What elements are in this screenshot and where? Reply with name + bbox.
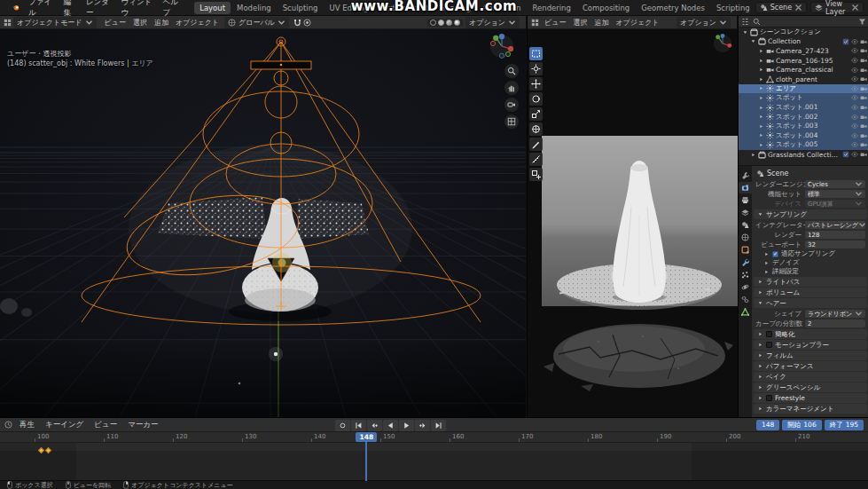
property-dropdown[interactable]: GPU演算 (805, 200, 865, 208)
section-checkbox[interactable] (766, 395, 772, 401)
play-button[interactable] (399, 420, 414, 431)
jump-to-start-button[interactable] (351, 420, 366, 431)
property-number[interactable]: 128 (805, 231, 865, 239)
outliner-row[interactable]: スポット.003 (739, 122, 868, 131)
prev-keyframe-button[interactable] (367, 420, 382, 431)
tool-scale-button[interactable] (529, 107, 543, 121)
properties-tab-render[interactable] (739, 182, 752, 193)
ortho-toggle-button[interactable] (504, 114, 519, 129)
navigation-gizmo[interactable] (489, 34, 514, 59)
property-number[interactable]: 2 (805, 319, 865, 327)
preview-menu[interactable]: 選択 (569, 18, 590, 28)
app-menu[interactable]: ファイル (24, 0, 59, 20)
eye-icon[interactable] (851, 67, 858, 74)
options-dropdown[interactable]: オプション (676, 17, 731, 28)
outliner-row[interactable]: スポット.005 (739, 140, 868, 150)
outliner-row[interactable]: スポット.004 (739, 131, 868, 141)
pan-hand-button[interactable] (504, 81, 519, 95)
expander-icon[interactable] (757, 94, 764, 101)
eye-icon[interactable] (851, 122, 858, 130)
section-closed[interactable]: カラーマネージメント (754, 404, 867, 414)
app-menu[interactable]: 編集 (59, 0, 81, 20)
orientation-dropdown[interactable]: グローバル (224, 17, 289, 28)
eye-icon[interactable] (851, 114, 858, 121)
camera-icon[interactable] (860, 67, 867, 74)
chevron-right-icon[interactable] (762, 268, 770, 275)
snap-magnet-icon[interactable] (293, 19, 301, 27)
outliner-row[interactable]: スポット.002 (739, 112, 868, 122)
chevron-down-icon[interactable] (756, 211, 763, 218)
outliner-row[interactable]: シーンコレクション (739, 28, 868, 37)
properties-tab-object-data[interactable] (739, 306, 752, 318)
property-number[interactable]: 32 (805, 241, 865, 248)
outliner-row[interactable]: Collection (739, 37, 868, 47)
outliner-row[interactable]: Camera_classical (739, 65, 868, 75)
timeline-ruler[interactable]: 100110120130140150160170180190200210 (0, 432, 868, 443)
background-object[interactable] (0, 298, 18, 314)
filter-icon[interactable] (858, 18, 866, 26)
chevron-right-icon[interactable] (756, 395, 763, 402)
tool-transform-button[interactable] (529, 122, 543, 136)
checkbox-icon[interactable] (842, 151, 849, 158)
background-object[interactable] (21, 308, 32, 317)
close-icon[interactable] (794, 4, 802, 12)
chevron-right-icon[interactable] (756, 363, 763, 370)
camera-icon[interactable] (860, 151, 867, 158)
camera-icon[interactable] (860, 38, 867, 45)
properties-tab-view-layer[interactable] (739, 207, 752, 218)
camera-icon[interactable] (860, 94, 867, 101)
timeline-tracks[interactable] (0, 443, 868, 481)
eye-icon[interactable] (851, 104, 858, 111)
section-open[interactable]: サンプリング (754, 209, 867, 219)
properties-tab-tool[interactable] (739, 170, 752, 181)
camera-icon[interactable] (860, 75, 867, 83)
expander-icon[interactable] (757, 85, 764, 92)
expander-icon[interactable] (757, 75, 764, 83)
area-light[interactable] (251, 61, 311, 69)
viewport-rendered-preview[interactable]: ビュー選択追加オブジェクト オプション (527, 16, 737, 417)
expander-icon[interactable] (757, 104, 764, 111)
properties-tab-constraints[interactable] (739, 294, 752, 305)
section-closed[interactable]: 簡略化 (754, 329, 867, 339)
eye-icon[interactable] (851, 47, 858, 54)
workspace-tab[interactable]: Geometry Nodes (636, 2, 710, 14)
section-checkbox[interactable] (766, 342, 772, 348)
editor-type-icon[interactable] (531, 19, 539, 27)
outliner-row[interactable]: スポット.001 (739, 103, 868, 113)
next-keyframe-button[interactable] (415, 420, 430, 431)
chevron-down-icon[interactable] (756, 300, 763, 307)
eye-icon[interactable] (851, 38, 858, 45)
workspace-tab[interactable]: Sculpting (278, 2, 324, 14)
shading-material-button[interactable] (446, 20, 452, 26)
outliner-editor-icon[interactable] (741, 18, 749, 26)
editor-type-icon[interactable] (4, 19, 12, 27)
chevron-right-icon[interactable] (756, 289, 763, 296)
camera-icon[interactable] (860, 132, 867, 139)
expander-icon[interactable] (757, 141, 764, 148)
section-checkbox[interactable] (766, 331, 772, 337)
autokey-button[interactable] (335, 420, 350, 431)
expander-icon[interactable] (757, 47, 764, 54)
expander-icon[interactable] (757, 122, 764, 130)
outliner-row[interactable]: cloth_parent (739, 75, 868, 84)
workspace-tab[interactable]: Rendering (528, 2, 576, 14)
chevron-right-icon[interactable] (756, 331, 763, 338)
properties-tab-particles[interactable] (739, 269, 752, 280)
search-icon[interactable] (753, 18, 761, 26)
chevron-right-icon[interactable] (756, 279, 763, 286)
section-closed[interactable]: ライトパス (754, 277, 867, 287)
zoom-button[interactable] (504, 64, 519, 78)
property-dropdown[interactable]: パストレーシング (805, 221, 865, 229)
chevron-right-icon[interactable] (756, 384, 763, 391)
properties-tab-modifiers[interactable] (739, 256, 752, 268)
tool-annotate-button[interactable] (529, 138, 543, 151)
eye-icon[interactable] (851, 85, 858, 92)
workspace-tab[interactable]: Layout (194, 2, 231, 14)
proportional-edit-icon[interactable] (303, 19, 311, 27)
property-dropdown[interactable]: ラウンドリボン (805, 310, 865, 318)
camera-icon[interactable] (860, 114, 867, 121)
chevron-right-icon[interactable] (756, 406, 763, 413)
view-layer-selector[interactable]: View Layer (810, 2, 864, 13)
tool-rotate-button[interactable] (529, 92, 543, 106)
properties-tab-scene[interactable] (739, 219, 752, 231)
